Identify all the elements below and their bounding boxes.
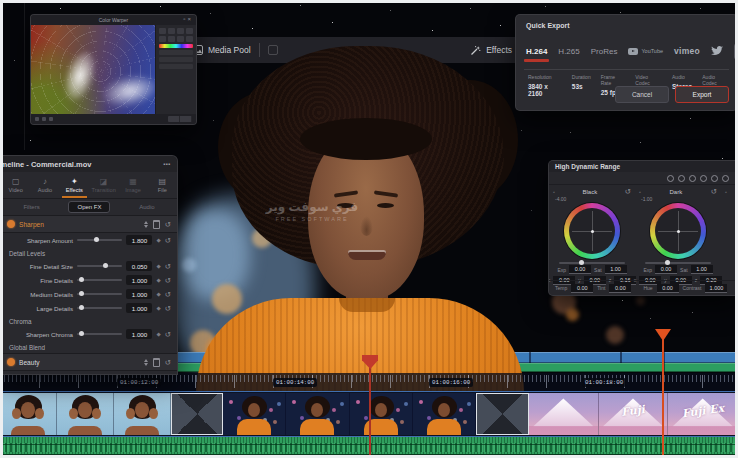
slider[interactable] <box>77 307 122 309</box>
format-h265-tab[interactable]: H.265 <box>558 47 579 56</box>
tool-button[interactable] <box>177 28 184 34</box>
playhead-line[interactable] <box>369 357 371 455</box>
slider-value[interactable]: 1.000 <box>126 289 152 299</box>
tool-button[interactable] <box>186 28 193 34</box>
wheel-reset-icon[interactable]: ↺ <box>625 188 631 195</box>
view-mode-segmented-control[interactable] <box>168 116 192 122</box>
pivot-value[interactable]: -4.00 <box>555 196 631 202</box>
clip-orange-shirt-city[interactable] <box>223 393 476 435</box>
sat-value[interactable]: 1.00 <box>605 265 627 274</box>
effect-enabled-toggle[interactable] <box>7 220 15 228</box>
reset-icon[interactable]: ↺ <box>165 305 171 312</box>
wheel-select-icon[interactable] <box>700 175 707 182</box>
keyframe-icon[interactable]: ◆ <box>156 237 160 243</box>
slider-value[interactable]: 1.000 <box>126 303 152 313</box>
tab-effects[interactable]: ✦Effects <box>60 172 89 198</box>
wheel-slider[interactable] <box>559 262 625 264</box>
cross-dissolve-transition[interactable] <box>171 393 223 435</box>
wheel-select-icon[interactable] <box>678 175 685 182</box>
pivot-value[interactable]: -1.00 <box>641 196 717 202</box>
format-vimeo-tab[interactable]: vimeo <box>674 46 700 56</box>
tool-button[interactable] <box>159 28 166 34</box>
beauty-effect-header[interactable]: Beauty ↺ <box>1 353 177 371</box>
tab-file[interactable]: ▤File <box>148 172 177 198</box>
wheel-reset-icon[interactable]: ↺ <box>711 188 717 195</box>
format-twitter-tab[interactable] <box>711 42 723 60</box>
reset-icon[interactable]: ↺ <box>165 221 171 228</box>
keyframe-icon[interactable]: ◆ <box>156 331 160 337</box>
contrast-value[interactable]: 1.000 <box>705 284 727 293</box>
exp-value[interactable]: 0.00 <box>569 265 591 274</box>
tool-button[interactable] <box>168 28 175 34</box>
slider[interactable] <box>77 279 122 281</box>
keyframe-icon[interactable]: ◆ <box>156 305 160 311</box>
format-youtube-tab[interactable]: YouTube <box>628 48 663 55</box>
slider[interactable] <box>77 265 122 267</box>
wheel-select-icon[interactable] <box>689 175 696 182</box>
format-prores-tab[interactable]: ProRes <box>591 47 618 56</box>
tab-image[interactable]: ▦Image <box>118 172 147 198</box>
secondary-playhead-line[interactable] <box>662 334 664 455</box>
window-controls[interactable]: ▫× <box>183 16 193 22</box>
control-row[interactable] <box>159 50 193 55</box>
footer-button[interactable] <box>35 117 39 121</box>
dark-color-wheel[interactable] <box>650 203 706 259</box>
wheel-select-icon[interactable] <box>667 175 674 182</box>
cross-dissolve-transition[interactable] <box>476 393 529 435</box>
reset-icon[interactable]: ↺ <box>165 359 171 366</box>
tab-audio[interactable]: ♪Audio <box>30 172 59 198</box>
hue-gradient-strip[interactable] <box>159 44 193 48</box>
control-row[interactable] <box>159 57 193 62</box>
tab-video[interactable]: ▢Video <box>1 172 30 198</box>
slider[interactable] <box>77 333 122 335</box>
reset-icon[interactable]: ↺ <box>165 331 171 338</box>
clip-mount-fuji[interactable]: Fuji Fuji Ex <box>529 393 738 435</box>
subtab-audio[interactable]: Audio <box>131 202 162 212</box>
sharpen-effect-header[interactable]: Sharpen ↺ <box>1 215 177 233</box>
tool-button[interactable] <box>168 36 175 42</box>
tool-button[interactable] <box>186 36 193 42</box>
reset-icon[interactable]: ↺ <box>165 263 171 270</box>
control-row[interactable] <box>159 64 193 69</box>
footer-button[interactable] <box>49 117 53 121</box>
wheel-select-icon[interactable] <box>711 175 718 182</box>
subtab-filters[interactable]: Filters <box>15 202 47 212</box>
slider-value[interactable]: 1.000 <box>126 329 152 339</box>
slider[interactable] <box>77 239 122 241</box>
trash-icon[interactable] <box>153 220 160 229</box>
keyframe-icon[interactable]: ◆ <box>156 263 160 269</box>
reset-icon[interactable]: ↺ <box>165 291 171 298</box>
footer-button[interactable] <box>42 117 46 121</box>
clip-laughing-woman[interactable] <box>0 393 171 435</box>
black-color-wheel[interactable] <box>564 203 620 259</box>
tab-transition[interactable]: ◪Transition <box>89 172 118 198</box>
format-h264-tab[interactable]: H.264 <box>526 47 547 56</box>
reset-icon[interactable]: ↺ <box>165 277 171 284</box>
exp-value[interactable]: 0.00 <box>655 265 677 274</box>
slider-value[interactable]: 0.050 <box>126 261 152 271</box>
tool-button[interactable] <box>177 36 184 42</box>
trash-icon[interactable] <box>153 358 160 367</box>
reset-icon[interactable]: ↺ <box>165 237 171 244</box>
color-warper-scope[interactable] <box>31 25 155 114</box>
wheel-select-icon[interactable] <box>722 175 729 182</box>
sat-value[interactable]: 1.00 <box>691 265 713 274</box>
keyframe-icon[interactable]: ◆ <box>156 277 160 283</box>
options-menu-icon[interactable]: ⋯ <box>163 160 171 169</box>
slider[interactable] <box>77 293 122 295</box>
temp-value[interactable]: 0.00 <box>571 284 593 293</box>
cancel-button[interactable]: Cancel <box>615 86 669 103</box>
reorder-icon[interactable] <box>144 359 148 366</box>
export-button[interactable]: Export <box>675 86 729 103</box>
effect-enabled-toggle[interactable] <box>7 358 15 366</box>
hue-value[interactable]: 0.00 <box>657 284 679 293</box>
slider-value[interactable]: 1.000 <box>126 275 152 285</box>
tool-button[interactable] <box>159 36 166 42</box>
reorder-icon[interactable] <box>144 221 148 228</box>
frameio-share-button[interactable] <box>734 43 738 60</box>
subtab-openfx[interactable]: Open FX <box>68 201 110 213</box>
wheel-slider[interactable] <box>645 262 711 264</box>
slider-value[interactable]: 1.800 <box>126 235 152 245</box>
keyframe-icon[interactable]: ◆ <box>156 291 160 297</box>
tint-value[interactable]: 0.00 <box>609 284 631 293</box>
